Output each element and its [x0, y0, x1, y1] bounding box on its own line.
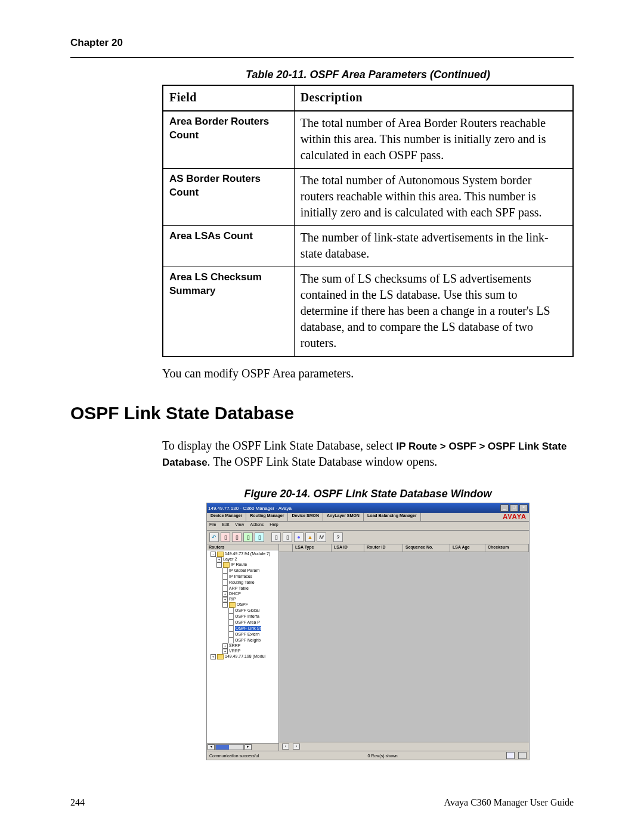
grid-col[interactable]: Checksum	[485, 544, 529, 552]
ospf-area-params-table: Field Description Area Border Routers Co…	[162, 85, 574, 357]
tab-device-smon[interactable]: Device SMON	[288, 513, 323, 521]
minimize-icon[interactable]: _	[500, 504, 509, 512]
page-number: 244	[70, 797, 85, 808]
section-heading: OSPF Link State Database	[70, 403, 574, 423]
toolbar: ↶ ▯ ▯ ▯ ▯ ▯ ▯ ● ▲ M ?	[207, 531, 529, 544]
tree-label: OSPF	[237, 602, 248, 608]
tree-item[interactable]: -149.49.77.94 (Module 7)	[208, 552, 277, 557]
toolbar-btn-icon[interactable]: ↶	[209, 532, 219, 542]
tree-item[interactable]: +Layer 2	[208, 557, 277, 562]
body-text-run: . The OSPF Link State Database window op…	[208, 455, 438, 468]
menu-help[interactable]: Help	[270, 522, 278, 529]
menu-view[interactable]: View	[235, 522, 244, 529]
chapter-header: Chapter 20	[70, 37, 574, 49]
tree-item[interactable]: +VRRP	[208, 649, 277, 654]
body-text-run: To display the OSPF Link State Database,…	[162, 439, 396, 452]
toolbar-btn-icon[interactable]: ▯	[232, 532, 242, 542]
status-bar: Communication successful 0 Row(s) shown	[207, 751, 529, 760]
tree-label: VRRP	[229, 649, 240, 654]
close-icon[interactable]: ×	[519, 504, 528, 512]
tree-item[interactable]: +DHCP	[208, 592, 277, 597]
grid-col[interactable]: LSA Type	[293, 544, 332, 552]
status-message: Communication successful	[209, 754, 259, 758]
tree-label: 149.49.77.198 (Modul	[225, 654, 265, 659]
menu-edit[interactable]: Edit	[222, 522, 229, 529]
grid-col[interactable]: Router ID	[364, 544, 403, 552]
tree-item[interactable]: OSPF Extern	[208, 631, 277, 637]
tree-item[interactable]: IP Global Param	[208, 568, 277, 574]
tree-header: Routers	[207, 544, 278, 550]
grid-col[interactable]: LSA ID	[332, 544, 364, 552]
tab-device-manager[interactable]: Device Manager	[207, 513, 246, 521]
maximize-icon[interactable]: □	[510, 504, 518, 512]
window-titlebar[interactable]: 149.49.77.130 - C360 Manager - Avaya _ □…	[207, 503, 529, 513]
tree-label: SRRP	[229, 643, 240, 649]
tab-routing-manager[interactable]: Routing Manager	[246, 513, 288, 521]
tree-item[interactable]: +RIP	[208, 597, 277, 602]
tree-label: OSPF Area P	[235, 620, 260, 625]
tree-item[interactable]: OSPF Area P	[208, 620, 277, 625]
table-caption: Table 20-11. OSPF Area Parameters (Conti…	[162, 69, 574, 81]
tree-item[interactable]: ARP Table	[208, 586, 277, 592]
tree-label: ARP Table	[229, 586, 249, 592]
tree-label: OSPF Extern	[235, 632, 259, 637]
grid-panel: LSA Type LSA ID Router ID Sequence No. L…	[279, 544, 529, 751]
menu-actions[interactable]: Actions	[250, 522, 264, 529]
table-row: Area LS Checksum Summary The sum of LS c…	[163, 267, 573, 357]
tree-item[interactable]: OSPF Global	[208, 608, 277, 614]
toolbar-btn-icon[interactable]: ●	[294, 532, 304, 542]
tree-label: RIP	[229, 597, 236, 602]
tree-item[interactable]: IP Interfaces	[208, 574, 277, 580]
table-cell-desc: The total number of Autonomous System bo…	[294, 169, 573, 226]
toolbar-btn-icon[interactable]: ▯	[271, 532, 281, 542]
grid-col[interactable]: Sequence No.	[403, 544, 450, 552]
tree-item[interactable]: +149.49.77.198 (Modul	[208, 654, 277, 659]
grid-btn-icon[interactable]: •	[293, 744, 300, 750]
toolbar-btn-icon[interactable]: ▯	[221, 532, 230, 542]
grid-col[interactable]: LSA Age	[450, 544, 485, 552]
table-cell-field: Area LS Checksum Summary	[163, 267, 294, 357]
header-rule	[70, 57, 574, 58]
tree-item[interactable]: -IP Route	[208, 562, 277, 568]
tree-item[interactable]: OSPF Interfa	[208, 614, 277, 620]
tree-label: OSPF Link St	[235, 626, 261, 631]
grid-header: LSA Type LSA ID Router ID Sequence No. L…	[279, 544, 529, 552]
toolbar-btn-icon[interactable]: ▯	[283, 532, 292, 542]
table-cell-field: Area LSAs Count	[163, 226, 294, 267]
grid-btn-icon[interactable]: •	[282, 744, 289, 750]
toolbar-btn-icon[interactable]: M	[317, 532, 326, 542]
table-header-row: Field Description	[163, 85, 573, 111]
table-cell-desc: The number of link-state advertisements …	[294, 226, 573, 267]
table-cell-desc: The sum of LS checksums of LS advertisem…	[294, 267, 573, 357]
tree-scrollbar[interactable]: ◄ ►	[207, 743, 278, 751]
tab-load-balancing[interactable]: Load Balancing Manager	[364, 513, 421, 521]
modify-note: You can modify OSPF Area parameters.	[162, 366, 574, 382]
tree-label: IP Interfaces	[229, 574, 252, 580]
tree-label: OSPF Interfa	[235, 614, 259, 620]
menu-file[interactable]: File	[209, 522, 216, 529]
toolbar-btn-icon[interactable]: ▯	[243, 532, 253, 542]
status-device-icon	[506, 752, 515, 759]
tree-panel: Routers -149.49.77.94 (Module 7) +Layer …	[207, 544, 279, 751]
table-row: AS Border Routers Count The total number…	[163, 169, 573, 226]
tree-label: IP Route	[231, 562, 247, 568]
tree-item[interactable]: OSPF Neighb	[208, 637, 277, 643]
toolbar-btn-icon[interactable]: ▯	[255, 532, 264, 542]
tree-label: IP Global Param	[229, 568, 259, 574]
figure-screenshot: 149.49.77.130 - C360 Manager - Avaya _ □…	[206, 503, 530, 760]
table-cell-field: Area Border Routers Count	[163, 111, 294, 169]
tree-item[interactable]: -OSPF	[208, 602, 277, 608]
table-header-field: Field	[163, 85, 294, 111]
menu-bar: File Edit View Actions Help	[207, 522, 529, 531]
page-footer: 244 Avaya C360 Manager User Guide	[70, 797, 574, 808]
tab-anylayer-smon[interactable]: AnyLayer SMON	[323, 513, 364, 521]
table-cell-desc: The total number of Area Border Routers …	[294, 111, 573, 169]
tree-item-selected[interactable]: OSPF Link St	[208, 625, 277, 631]
tree-label: DHCP	[229, 592, 241, 597]
toolbar-btn-icon[interactable]: ▲	[305, 532, 315, 542]
body-paragraph: To display the OSPF Link State Database,…	[162, 438, 574, 470]
toolbar-help-icon[interactable]: ?	[333, 532, 343, 542]
tree-item[interactable]: Routing Table	[208, 580, 277, 586]
tree-item[interactable]: +SRRP	[208, 643, 277, 649]
main-tabs: Device Manager Routing Manager Device SM…	[207, 513, 529, 522]
